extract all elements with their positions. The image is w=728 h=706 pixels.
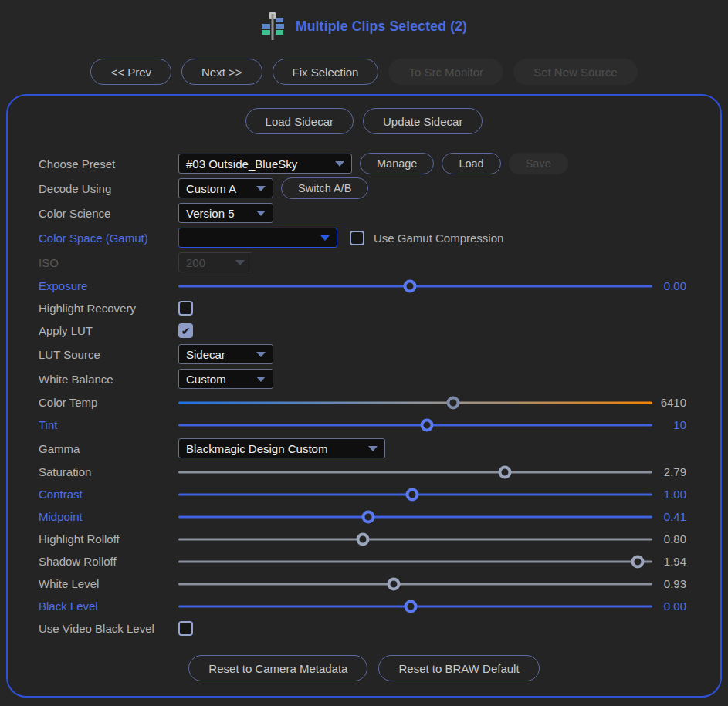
tint-slider-thumb[interactable] — [420, 418, 433, 431]
white-balance-dropdown[interactable]: Custom — [178, 369, 273, 389]
black-level-slider-thumb[interactable] — [405, 600, 418, 613]
clips-timeline-icon — [261, 11, 284, 42]
color-space-gamut-dropdown[interactable] — [178, 228, 337, 248]
row-gamma: GammaBlackmagic Design Custom — [39, 436, 686, 461]
row-apply-lut: Apply LUT — [39, 319, 686, 342]
label-exposure: Exposure — [39, 279, 174, 292]
manage-button[interactable]: Manage — [360, 153, 434, 174]
shadow-rolloff-slider-thumb[interactable] — [631, 555, 644, 568]
use-video-black-level-checkbox[interactable] — [178, 621, 193, 636]
color-temp-slider-thumb[interactable] — [446, 396, 459, 409]
label-apply-lut: Apply LUT — [39, 324, 174, 337]
decode-using-buttons: Switch A/B — [281, 177, 368, 199]
page-title: Multiple Clips Selected (2) — [296, 19, 467, 35]
highlight-recovery-checkbox[interactable] — [178, 301, 193, 316]
header: Multiple Clips Selected (2) — [0, 11, 728, 42]
label-saturation: Saturation — [39, 465, 174, 478]
sidecar-button-row: Load SidecarUpdate Sidecar — [8, 96, 720, 134]
gamma-dropdown-value: Blackmagic Design Custom — [186, 442, 327, 455]
row-iso: ISO200 — [39, 250, 686, 275]
color-temp-slider[interactable] — [178, 391, 652, 414]
load-button[interactable]: Load — [442, 153, 500, 174]
fix-selection-button[interactable]: Fix Selection — [273, 59, 379, 85]
lut-source-dropdown[interactable]: Sidecar — [178, 344, 273, 364]
color-science-dropdown[interactable]: Version 5 — [178, 203, 273, 223]
color-science-dropdown-value: Version 5 — [186, 207, 235, 220]
saturation-value: 2.79 — [652, 465, 686, 478]
chevron-down-icon — [256, 211, 266, 216]
midpoint-slider[interactable] — [178, 505, 652, 528]
shadow-rolloff-slider-track[interactable] — [178, 560, 652, 562]
black-level-slider[interactable] — [178, 595, 652, 617]
color-temp-slider-track[interactable] — [178, 401, 652, 404]
label-decode-using: Decode Using — [39, 182, 174, 195]
lut-source-dropdown-value: Sidecar — [186, 348, 225, 361]
white-level-slider-track[interactable] — [178, 583, 652, 585]
next-button[interactable]: Next >> — [181, 59, 262, 85]
label-white-level: White Level — [39, 577, 174, 590]
midpoint-slider-thumb[interactable] — [361, 510, 374, 523]
row-decode-using: Decode UsingCustom ASwitch A/B — [39, 176, 686, 201]
tint-slider[interactable] — [178, 414, 652, 436]
update-sidecar-button[interactable]: Update Sidecar — [363, 108, 483, 134]
exposure-value: 0.00 — [652, 279, 686, 292]
contrast-slider[interactable] — [178, 483, 652, 505]
saturation-slider[interactable] — [178, 461, 652, 483]
save-button: Save — [509, 153, 568, 174]
label-gamma: Gamma — [39, 442, 174, 455]
gamma-dropdown[interactable]: Blackmagic Design Custom — [178, 438, 385, 458]
decode-using-dropdown-value: Custom A — [186, 182, 236, 195]
use-gamut-compression-group: Use Gamut Compression — [350, 231, 503, 245]
chevron-down-icon — [256, 352, 266, 357]
highlight-rolloff-slider-thumb[interactable] — [356, 532, 369, 546]
label-color-temp: Color Temp — [39, 396, 174, 409]
tint-slider-track[interactable] — [178, 424, 652, 426]
decode-settings-panel: Load SidecarUpdate Sidecar Choose Preset… — [6, 94, 722, 698]
exposure-slider-thumb[interactable] — [404, 279, 417, 292]
chevron-down-icon — [335, 161, 344, 167]
reset-to-camera-metadata-button[interactable]: Reset to Camera Metadata — [188, 655, 367, 681]
highlight-rolloff-slider-track[interactable] — [178, 538, 652, 540]
exposure-slider[interactable] — [178, 275, 652, 297]
row-black-level: Black Level0.00 — [39, 595, 686, 617]
white-level-slider[interactable] — [178, 573, 652, 595]
iso-dropdown: 200 — [178, 252, 252, 272]
label-contrast: Contrast — [39, 488, 174, 501]
to-src-monitor-button: To Src Monitor — [388, 59, 503, 85]
label-color-science: Color Science — [39, 207, 174, 220]
settings-rows: Choose Preset#03 Outside_BlueSkyManageLo… — [8, 151, 720, 640]
decode-using-dropdown[interactable]: Custom A — [178, 178, 273, 198]
choose-preset-dropdown[interactable]: #03 Outside_BlueSky — [178, 154, 352, 174]
reset-button-row: Reset to Camera MetadataReset to BRAW De… — [8, 655, 720, 681]
row-shadow-rolloff: Shadow Rolloff1.94 — [39, 550, 686, 573]
chevron-down-icon — [235, 260, 245, 265]
row-choose-preset: Choose Preset#03 Outside_BlueSkyManageLo… — [39, 151, 686, 176]
saturation-slider-thumb[interactable] — [499, 465, 512, 478]
label-use-gamut-compression: Use Gamut Compression — [374, 231, 503, 245]
label-midpoint: Midpoint — [39, 510, 174, 523]
row-contrast: Contrast1.00 — [39, 483, 686, 505]
white-level-slider-thumb[interactable] — [388, 577, 401, 590]
row-midpoint: Midpoint0.41 — [39, 505, 686, 528]
row-white-level: White Level0.93 — [39, 573, 686, 595]
reset-to-braw-default-button[interactable]: Reset to BRAW Default — [378, 655, 539, 681]
switch-a-b-button[interactable]: Switch A/B — [281, 177, 368, 199]
shadow-rolloff-slider[interactable] — [178, 550, 652, 573]
midpoint-slider-track[interactable] — [178, 515, 652, 518]
contrast-slider-thumb[interactable] — [405, 488, 418, 501]
load-sidecar-button[interactable]: Load Sidecar — [245, 108, 354, 134]
highlight-rolloff-slider[interactable] — [178, 528, 652, 550]
row-exposure: Exposure0.00 — [39, 275, 686, 297]
row-saturation: Saturation2.79 — [39, 461, 686, 483]
use-gamut-compression-checkbox[interactable] — [350, 231, 364, 245]
row-use-video-black-level: Use Video Black Level — [39, 617, 686, 640]
row-tint: Tint10 — [39, 414, 686, 436]
saturation-slider-track[interactable] — [178, 471, 652, 473]
highlight-rolloff-value: 0.80 — [652, 532, 686, 546]
label-color-space-gamut: Color Space (Gamut) — [39, 231, 174, 245]
prev-button[interactable]: << Prev — [90, 59, 171, 85]
label-iso: ISO — [39, 256, 174, 269]
label-highlight-recovery: Highlight Recovery — [39, 302, 174, 315]
color-temp-value: 6410 — [652, 396, 686, 409]
apply-lut-checkbox[interactable] — [178, 323, 193, 338]
